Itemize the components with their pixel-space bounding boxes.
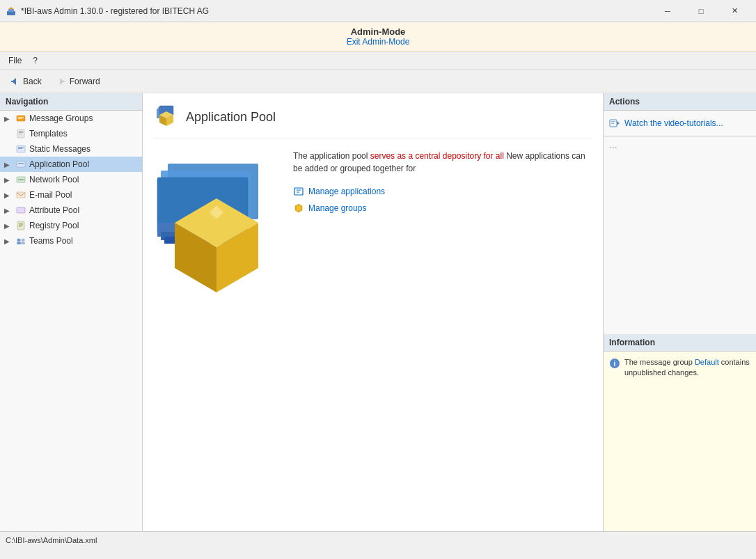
manage-groups-icon xyxy=(293,203,304,214)
svg-marker-2 xyxy=(8,7,14,9)
sidebar-item-label-registry-pool: Registry Pool xyxy=(29,221,138,230)
svg-rect-22 xyxy=(17,207,25,213)
title-bar: *IBI-aws Admin 1.30.0 - registered for I… xyxy=(0,0,756,22)
status-bar: C:\IBI-aws\Admin\Data.xml xyxy=(0,531,756,548)
window-title: *IBI-aws Admin 1.30.0 - registered for I… xyxy=(21,6,209,16)
sidebar-item-label-templates: Templates xyxy=(29,129,138,139)
sidebar-item-teams-pool[interactable]: ▶ Teams Pool xyxy=(0,233,142,249)
network-pool-icon xyxy=(15,174,26,185)
video-icon xyxy=(609,118,620,129)
application-pool-icon xyxy=(15,159,26,170)
content-header-icon xyxy=(154,104,179,129)
svg-rect-16 xyxy=(18,148,22,149)
svg-marker-53 xyxy=(617,121,620,125)
minimize-button[interactable]: ─ xyxy=(652,0,684,22)
attribute-pool-icon xyxy=(15,205,26,216)
sidebar-item-application-pool[interactable]: ▶ Application Pool xyxy=(0,157,142,172)
admin-banner: Admin-Mode Exit Admin-Mode xyxy=(0,22,756,52)
app-icon xyxy=(6,6,17,17)
description-part1: The application pool xyxy=(293,151,370,161)
right-panel-spacer: ... xyxy=(604,136,756,334)
expand-arrow-registry-pool: ▶ xyxy=(4,222,13,230)
content-text: The application pool serves as a central… xyxy=(293,150,592,305)
sidebar-item-registry-pool[interactable]: ▶ Registry Pool xyxy=(0,218,142,233)
svg-rect-18 xyxy=(18,163,24,164)
sidebar-item-label-attribute-pool: Attribute Pool xyxy=(29,205,138,215)
svg-rect-1 xyxy=(8,9,14,12)
svg-rect-12 xyxy=(19,132,23,133)
content-area: Application Pool xyxy=(143,93,603,531)
information-row: i The message group Default contains unp… xyxy=(609,357,750,379)
expand-arrow-attribute-pool: ▶ xyxy=(4,207,13,214)
back-icon xyxy=(9,76,20,87)
manage-applications-link[interactable]: Manage applications xyxy=(293,186,592,197)
sidebar-item-label-static-messages: Static Messages xyxy=(29,144,138,154)
info-message-text: The message group xyxy=(624,358,695,366)
illustration-svg xyxy=(154,150,279,303)
sidebar-item-network-pool[interactable]: ▶ Network Pool xyxy=(0,172,142,187)
actions-section: Actions Watch the video-tutorials... xyxy=(604,93,756,136)
forward-label: Forward xyxy=(70,77,100,86)
manage-groups-label: Manage groups xyxy=(308,203,366,213)
dots-indicator: ... xyxy=(604,136,756,153)
title-bar-left: *IBI-aws Admin 1.30.0 - registered for I… xyxy=(6,6,209,17)
expand-arrow-network-pool: ▶ xyxy=(4,176,13,184)
sidebar-item-email-pool[interactable]: ▶ E-mail Pool xyxy=(0,187,142,203)
actions-header: Actions xyxy=(604,93,756,111)
svg-rect-21 xyxy=(17,192,25,198)
navigation-header: Navigation xyxy=(0,93,142,111)
main-layout: Navigation ▶ Message Groups Templates St… xyxy=(0,93,756,531)
content-header: Application Pool xyxy=(154,104,592,139)
forward-button[interactable]: Forward xyxy=(49,72,107,90)
sidebar-item-templates[interactable]: Templates xyxy=(0,126,142,141)
svg-rect-47 xyxy=(294,188,303,195)
templates-icon xyxy=(15,128,26,139)
svg-rect-11 xyxy=(19,131,23,132)
svg-rect-4 xyxy=(11,81,16,82)
window-controls: ─ □ ✕ xyxy=(652,0,750,22)
manage-applications-icon xyxy=(293,186,304,197)
back-button[interactable]: Back xyxy=(3,72,48,90)
sidebar-item-static-messages[interactable]: Static Messages xyxy=(0,141,142,157)
email-pool-icon xyxy=(15,189,26,200)
static-messages-icon xyxy=(15,143,26,155)
actions-content: Watch the video-tutorials... xyxy=(604,111,756,136)
help-menu[interactable]: ? xyxy=(27,54,43,68)
watch-video-link[interactable]: Watch the video-tutorials... xyxy=(609,116,750,130)
teams-pool-icon xyxy=(15,235,26,246)
exit-admin-mode-link[interactable]: Exit Admin-Mode xyxy=(347,37,410,47)
information-section: Information i The message group Default … xyxy=(604,334,756,532)
sidebar-item-label-network-pool: Network Pool xyxy=(29,175,138,184)
svg-rect-6 xyxy=(60,81,65,82)
description-highlight: serves as a central depository for all xyxy=(370,151,504,161)
sidebar-item-attribute-pool[interactable]: ▶ Attribute Pool xyxy=(0,203,142,218)
admin-mode-title: Admin-Mode xyxy=(0,26,756,37)
back-label: Back xyxy=(23,77,42,86)
svg-rect-55 xyxy=(611,123,614,124)
expand-arrow-application-pool: ▶ xyxy=(4,161,13,168)
expand-arrow-teams-pool: ▶ xyxy=(4,237,13,245)
info-default-link[interactable]: Default xyxy=(695,358,719,366)
file-menu[interactable]: File xyxy=(3,54,27,68)
forward-icon xyxy=(56,76,67,87)
sidebar-item-message-groups[interactable]: ▶ Message Groups xyxy=(0,111,142,126)
svg-rect-30 xyxy=(21,242,25,244)
sidebar-item-label-email-pool: E-mail Pool xyxy=(29,190,138,200)
svg-rect-29 xyxy=(17,242,21,244)
content-links: Manage applications Manage groups xyxy=(293,186,592,214)
maximize-button[interactable]: □ xyxy=(685,0,717,22)
content-description: The application pool serves as a central… xyxy=(293,150,592,175)
sidebar-item-label-message-groups: Message Groups xyxy=(29,113,138,123)
registry-pool-icon xyxy=(15,220,26,231)
status-path: C:\IBI-aws\Admin\Data.xml xyxy=(6,536,97,544)
content-body: The application pool serves as a central… xyxy=(154,150,592,305)
svg-point-28 xyxy=(22,239,25,242)
close-button[interactable]: ✕ xyxy=(718,0,750,22)
right-panel: Actions Watch the video-tutorials... ...… xyxy=(603,93,756,531)
svg-rect-9 xyxy=(18,118,22,119)
content-illustration xyxy=(154,150,279,305)
svg-rect-13 xyxy=(19,134,22,134)
manage-groups-link[interactable]: Manage groups xyxy=(293,203,592,214)
manage-applications-label: Manage applications xyxy=(308,187,385,196)
expand-arrow-message-groups: ▶ xyxy=(4,115,13,123)
